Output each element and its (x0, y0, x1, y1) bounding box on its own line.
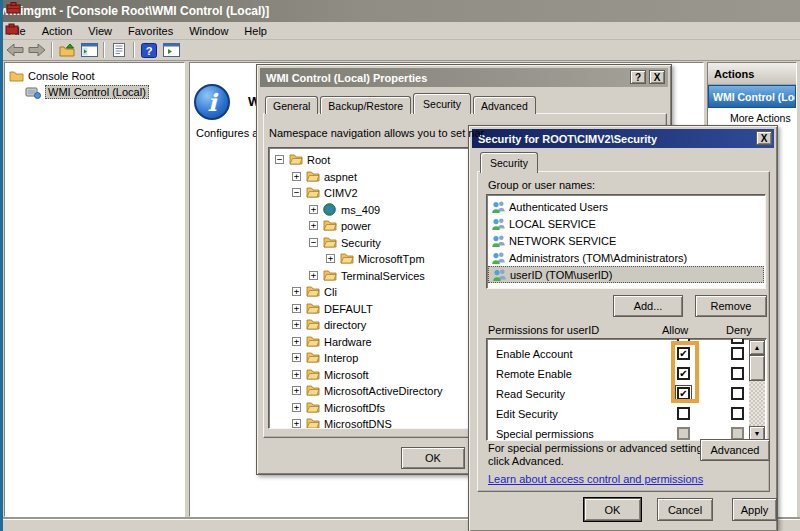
help-button[interactable]: ? (630, 70, 646, 84)
tab-general[interactable]: General (265, 96, 318, 114)
allow-checkboxes-highlight (671, 341, 699, 403)
tree-item-label: WMI Control (Local) (45, 85, 149, 99)
tree-collapse-icon[interactable]: − (292, 188, 301, 197)
close-icon[interactable]: X (649, 70, 665, 84)
tree-expand-icon[interactable]: + (326, 254, 335, 263)
ok-button[interactable]: OK (584, 498, 641, 521)
tree-item-console-root[interactable]: Console Root (9, 68, 95, 84)
actions-context-bar[interactable]: WMI Control (Loca (708, 85, 796, 108)
allow-checkbox[interactable] (677, 407, 690, 420)
tab-advanced[interactable]: Advanced (473, 96, 536, 114)
toolbar: ? (0, 40, 800, 61)
scroll-up-icon[interactable]: ▲ (749, 340, 765, 355)
advanced-note-line2: click Advanced. (488, 455, 564, 467)
partial-checkbox (731, 339, 744, 344)
menu-view[interactable]: View (80, 23, 120, 39)
group-names-label: Group or user names: (488, 179, 595, 191)
tree-expand-icon[interactable]: + (309, 221, 318, 230)
svg-text:?: ? (146, 44, 153, 56)
remove-button[interactable]: Remove (695, 295, 767, 317)
folder-icon (306, 335, 320, 347)
window-titlebar: wmimgmt - [Console Root\WMI Control (Loc… (0, 0, 800, 22)
menu-help[interactable]: Help (236, 23, 275, 39)
tree-expand-icon[interactable]: + (292, 403, 301, 412)
user-list-item[interactable]: Authenticated Users (488, 198, 764, 215)
tab-security[interactable]: Security (480, 152, 538, 173)
tree-expand-icon[interactable]: + (292, 172, 301, 181)
menu-action[interactable]: Action (34, 23, 81, 39)
add-button[interactable]: Add... (613, 295, 683, 317)
tree-expand-icon[interactable]: + (292, 386, 301, 395)
ok-button[interactable]: OK (401, 447, 465, 469)
tree-expand-icon[interactable]: + (292, 304, 301, 313)
deny-column-header: Deny (726, 324, 752, 336)
advanced-button[interactable]: Advanced (700, 439, 770, 461)
folder-icon (306, 170, 320, 182)
console-window-icon[interactable] (5, 23, 19, 35)
help-icon[interactable]: ? (138, 41, 160, 59)
properties-icon[interactable] (108, 41, 130, 59)
back-icon[interactable] (4, 41, 26, 59)
tree-expand-icon[interactable]: + (292, 419, 301, 428)
tree-item-label: directory (324, 319, 366, 331)
export-list-icon[interactable] (56, 41, 78, 59)
deny-checkbox[interactable] (731, 387, 744, 400)
tree-item-label: TerminalServices (341, 270, 425, 282)
mmc-window: wmimgmt - [Console Root\WMI Control (Loc… (0, 0, 800, 531)
tree-item-label: Cli (324, 286, 337, 298)
forward-icon[interactable] (26, 41, 48, 59)
new-window-icon[interactable] (160, 41, 182, 59)
user-list-item[interactable]: LOCAL SERVICE (488, 215, 764, 232)
properties-dialog-titlebar[interactable]: WMI Control (Local) Properties (260, 68, 668, 87)
users-icon (491, 251, 506, 264)
tree-expand-icon[interactable]: + (292, 320, 301, 329)
permission-name: Remote Enable (496, 368, 572, 380)
user-name-label: Authenticated Users (509, 201, 608, 213)
tree-item-label: Root (307, 154, 330, 166)
deny-checkbox[interactable] (731, 347, 744, 360)
tree-item-label: Security (341, 237, 381, 249)
tree-collapse-icon[interactable]: − (275, 155, 284, 164)
allow-checkbox[interactable] (677, 427, 690, 440)
tree-expand-icon[interactable]: + (309, 205, 318, 214)
tab-security[interactable]: Security (413, 93, 471, 114)
show-tree-icon[interactable] (78, 41, 100, 59)
tree-expand-icon[interactable]: + (292, 287, 301, 296)
menu-window[interactable]: Window (181, 23, 236, 39)
tree-expand-icon[interactable]: + (292, 370, 301, 379)
tree-collapse-icon[interactable]: − (309, 238, 318, 247)
folder-icon (306, 417, 320, 429)
permission-row: Enable Account✔ (487, 347, 766, 365)
close-icon[interactable]: X (756, 131, 772, 145)
cancel-button[interactable]: Cancel (657, 498, 713, 521)
user-list-item[interactable]: Administrators (TOM\Administrators) (488, 249, 764, 266)
scrollbar-thumb[interactable] (749, 355, 765, 381)
access-control-link[interactable]: Learn about access control and permissio… (488, 473, 703, 485)
user-list-item[interactable]: NETWORK SERVICE (488, 232, 764, 249)
tab-backup-restore[interactable]: Backup/Restore (320, 96, 411, 114)
deny-checkbox[interactable] (731, 367, 744, 380)
tree-item-label: Console Root (28, 70, 95, 82)
security-dialog-titlebar[interactable]: Security for ROOT\CIMV2\Security (472, 129, 774, 148)
permissions-label: Permissions for userID (488, 324, 599, 336)
tree-item-wmi-control[interactable]: WMI Control (Local) (25, 84, 149, 100)
folder-icon (306, 302, 320, 314)
tree-item-label: aspnet (324, 171, 357, 183)
permissions-scrollbar[interactable]: ▲ ▼ (749, 340, 765, 441)
users-icon (491, 217, 506, 230)
user-name-label: NETWORK SERVICE (509, 235, 616, 247)
folder-icon (306, 285, 320, 297)
tree-expand-icon[interactable]: + (309, 271, 318, 280)
tree-expand-icon[interactable]: + (292, 337, 301, 346)
tree-expand-icon[interactable]: + (292, 353, 301, 362)
users-icon (492, 268, 507, 281)
folder-icon (289, 153, 303, 165)
permission-name: Edit Security (496, 408, 558, 420)
permission-row: Edit Security (487, 407, 766, 425)
properties-dialog-title: WMI Control (Local) Properties (266, 72, 427, 84)
user-list-item[interactable]: userID (TOM\userID) (488, 266, 764, 283)
menu-favorites[interactable]: Favorites (120, 23, 181, 39)
apply-button[interactable]: Apply (732, 498, 777, 521)
deny-checkbox[interactable] (731, 407, 744, 420)
tree-item-label: MicrosoftActiveDirectory (324, 385, 443, 397)
